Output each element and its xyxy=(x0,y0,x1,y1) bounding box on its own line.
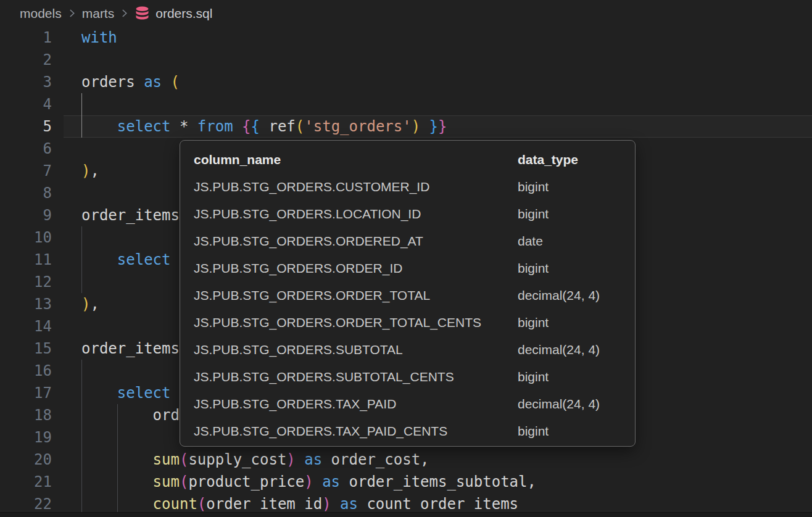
line-number[interactable]: 20 xyxy=(0,449,64,471)
column-info-popup: column_name data_type JS.PUB.STG_ORDERS.… xyxy=(180,140,636,447)
chevron-right-icon xyxy=(67,8,77,19)
code-token: { xyxy=(251,118,260,135)
code-token: ( xyxy=(197,495,206,513)
code-token: sum xyxy=(153,451,180,468)
code-token: product_price xyxy=(188,473,304,490)
line-number[interactable]: 19 xyxy=(0,426,64,449)
column-row: JS.PUB.STG_ORDERS.CUSTOMER_IDbigint xyxy=(194,173,635,201)
code-line[interactable]: 4 xyxy=(0,93,812,115)
code-line[interactable]: 3orders as ( xyxy=(0,71,812,93)
column-name-cell: JS.PUB.STG_ORDERS.LOCATION_ID xyxy=(194,207,518,221)
line-number[interactable]: 5 xyxy=(0,115,64,138)
code-token: ( xyxy=(171,73,180,91)
line-number[interactable]: 14 xyxy=(0,315,64,337)
indent-guide xyxy=(81,360,82,512)
code-token: ) xyxy=(412,118,420,135)
column-name-cell: JS.PUB.STG_ORDERS.CUSTOMER_ID xyxy=(194,180,518,194)
line-number[interactable]: 8 xyxy=(0,182,64,204)
data-type-cell: bigint xyxy=(518,315,549,330)
code-token: count_order_items xyxy=(358,495,518,513)
code-line[interactable]: 5 select * from {{ ref('stg_orders') }} xyxy=(0,115,812,138)
data-type-cell: date xyxy=(518,234,543,249)
code-token: ( xyxy=(296,118,304,135)
line-number[interactable]: 15 xyxy=(0,337,64,360)
code-token: as xyxy=(340,495,358,513)
line-number[interactable]: 18 xyxy=(0,404,64,426)
line-number[interactable]: 2 xyxy=(0,49,64,71)
line-number[interactable]: 12 xyxy=(0,271,64,293)
column-row: JS.PUB.STG_ORDERS.SUBTOTALdecimal(24, 4) xyxy=(194,336,635,363)
column-table-body: JS.PUB.STG_ORDERS.CUSTOMER_IDbigintJS.PU… xyxy=(194,173,635,445)
code-line[interactable]: 20 sum(supply_cost) as order_cost, xyxy=(0,449,812,471)
line-number[interactable]: 7 xyxy=(0,160,64,182)
code-token: as xyxy=(322,473,340,490)
column-row: JS.PUB.STG_ORDERS.SUBTOTAL_CENTSbigint xyxy=(194,363,635,391)
column-row: JS.PUB.STG_ORDERS.ORDERED_ATdate xyxy=(194,228,635,255)
line-number[interactable]: 4 xyxy=(0,93,64,115)
data-type-cell: bigint xyxy=(518,424,549,439)
column-name-cell: JS.PUB.STG_ORDERS.SUBTOTAL_CENTS xyxy=(194,370,518,384)
code-token: { xyxy=(242,118,251,135)
line-number[interactable]: 11 xyxy=(0,249,64,271)
column-row: JS.PUB.STG_ORDERS.ORDER_TOTALdecimal(24,… xyxy=(194,282,635,309)
column-row: JS.PUB.STG_ORDERS.ORDER_IDbigint xyxy=(194,255,635,282)
code-token: } xyxy=(429,118,438,135)
code-line-content[interactable]: orders as ( xyxy=(64,71,812,93)
code-token: ( xyxy=(180,473,188,490)
code-token: order_cost, xyxy=(322,451,429,468)
code-token xyxy=(420,118,429,135)
code-line-content[interactable] xyxy=(64,93,812,115)
line-number[interactable]: 6 xyxy=(0,138,64,160)
breadcrumb-item-file[interactable]: orders.sql xyxy=(135,6,212,22)
code-token xyxy=(313,473,322,490)
code-token: order_items xyxy=(81,207,180,224)
code-line-content[interactable]: sum(supply_cost) as order_cost, xyxy=(64,449,812,471)
column-name-cell: JS.PUB.STG_ORDERS.ORDERED_AT xyxy=(194,234,518,249)
column-table-header: column_name data_type xyxy=(194,146,635,173)
code-line[interactable]: 2 xyxy=(0,49,812,71)
code-token: order_item_id xyxy=(206,495,322,513)
code-token: count xyxy=(153,495,197,513)
column-row: JS.PUB.STG_ORDERS.LOCATION_IDbigint xyxy=(194,201,635,228)
code-token xyxy=(81,251,117,268)
code-token: ) xyxy=(322,495,331,513)
code-line[interactable]: 21 sum(product_price) as order_items_sub… xyxy=(0,471,812,493)
code-token: 'stg_orders' xyxy=(304,118,411,135)
data-type-header: data_type xyxy=(518,152,578,167)
code-line-content[interactable]: sum(product_price) as order_items_subtot… xyxy=(64,471,812,493)
line-number[interactable]: 16 xyxy=(0,360,64,382)
code-token: ref xyxy=(268,118,295,135)
column-name-cell: JS.PUB.STG_ORDERS.TAX_PAID xyxy=(194,397,518,412)
code-token: } xyxy=(438,118,447,135)
code-token: ) xyxy=(286,451,295,468)
line-number[interactable]: 17 xyxy=(0,382,64,404)
code-token: select xyxy=(117,384,171,402)
code-token: ) xyxy=(81,296,90,313)
line-number[interactable]: 3 xyxy=(0,71,64,93)
line-number[interactable]: 10 xyxy=(0,226,64,249)
code-token xyxy=(331,495,340,513)
breadcrumb-item-marts[interactable]: marts xyxy=(82,6,115,21)
code-token: ) xyxy=(304,473,313,490)
code-line[interactable]: 1with xyxy=(0,27,812,49)
data-type-cell: bigint xyxy=(518,207,549,221)
code-line-content[interactable]: with xyxy=(64,27,812,49)
line-number[interactable]: 21 xyxy=(0,471,64,493)
code-token xyxy=(81,384,117,402)
column-name-cell: JS.PUB.STG_ORDERS.ORDER_TOTAL_CENTS xyxy=(194,315,518,330)
line-number[interactable]: 9 xyxy=(0,204,64,226)
code-token: select xyxy=(117,251,171,268)
breadcrumb: models marts orders.sql xyxy=(0,0,812,27)
code-token: select xyxy=(117,118,171,135)
code-token: ( xyxy=(180,451,188,468)
line-number[interactable]: 1 xyxy=(0,27,64,49)
code-line-content[interactable]: select * from {{ ref('stg_orders') }} xyxy=(64,115,812,138)
code-token xyxy=(260,118,268,135)
breadcrumb-item-models[interactable]: models xyxy=(20,6,62,21)
code-token xyxy=(233,118,242,135)
line-number[interactable]: 13 xyxy=(0,293,64,315)
code-token: , xyxy=(90,162,99,180)
code-line-content[interactable] xyxy=(64,49,812,71)
data-type-cell: bigint xyxy=(518,261,549,276)
code-token: order_items_subtotal, xyxy=(340,473,536,490)
